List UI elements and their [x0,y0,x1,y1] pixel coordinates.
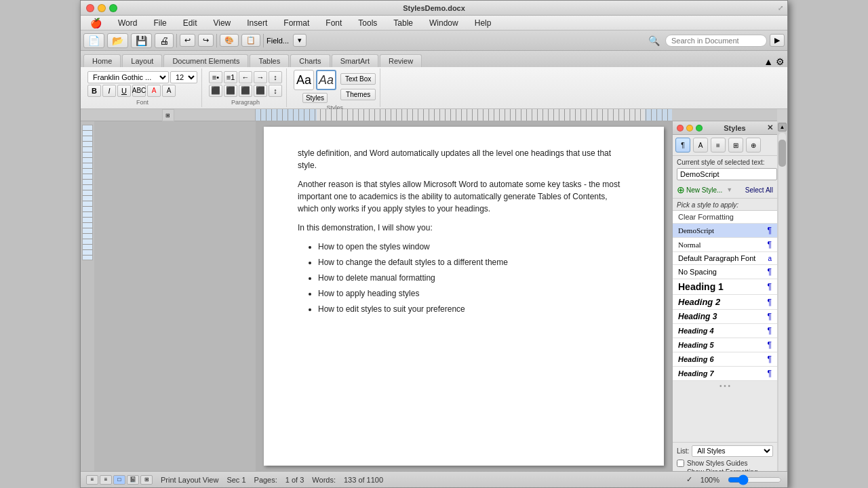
menu-file[interactable]: File [149,17,170,29]
bold-button[interactable]: B [87,85,101,97]
view-notebook[interactable]: 📓 [127,475,139,485]
style-list[interactable]: Clear Formatting DemoScript ¶ Normal ¶ D… [673,210,777,442]
ribbon-collapse[interactable]: ▲ [764,56,773,67]
text-box-button[interactable]: Text Box [340,73,376,85]
menu-insert[interactable]: Insert [243,17,271,29]
numbering-button[interactable]: ≡1 [224,71,237,83]
toolbar-new[interactable]: 📄 [83,33,104,48]
select-all-button[interactable]: Select All [745,186,773,194]
list-select[interactable]: All Styles [692,445,773,457]
toolbar-copy-format[interactable]: 📋 [241,34,260,47]
align-right[interactable]: ⬛ [239,85,252,97]
search-next[interactable]: ▶ [770,34,785,47]
style-item-heading6[interactable]: Heading 6 ¶ [673,352,777,367]
scroll-up-btn[interactable]: ▲ [778,123,787,131]
menu-format[interactable]: Format [279,17,313,29]
view-publishing[interactable]: ⊞ [140,475,153,485]
tab-charts[interactable]: Charts [290,54,330,67]
menu-table[interactable]: Table [389,17,417,29]
toolbar-paint[interactable]: 🎨 [220,34,239,47]
styles-close-btn[interactable] [677,125,684,131]
strikethrough-button[interactable]: ABС [132,85,146,97]
search-input[interactable] [665,35,767,47]
menu-word[interactable]: Word [114,17,141,29]
style-item-heading7[interactable]: Heading 7 ¶ [673,367,777,381]
style-item-default-para[interactable]: Default Paragraph Font a [673,252,777,265]
styles-button[interactable]: Styles [302,93,328,103]
align-left[interactable]: ⬛ [209,85,222,97]
style-item-heading2[interactable]: Heading 2 ¶ [673,295,777,310]
show-guides-checkbox[interactable] [677,460,684,467]
style-item-heading3[interactable]: Heading 3 ¶ [673,310,777,324]
zoom-slider[interactable] [728,476,782,483]
sort-button[interactable]: ↕ [269,71,282,83]
align-justify[interactable]: ⬛ [254,85,267,97]
current-style-field[interactable] [677,168,777,180]
scroll-track[interactable] [778,133,786,476]
style-item-nospacing[interactable]: No Spacing ¶ [673,265,777,279]
pages-label: Pages: [254,476,277,484]
underline-button[interactable]: U [117,85,131,97]
menu-font[interactable]: Font [321,17,346,29]
sp-btn-paragraph[interactable]: ¶ [675,138,690,152]
view-outline[interactable]: ≡ [86,475,98,485]
font-family-select[interactable]: Franklin Gothic ... [87,71,169,83]
style-styles-preview[interactable]: Aa [316,70,336,90]
ribbon-settings[interactable]: ⚙ [776,56,785,67]
font-size-select[interactable]: 12 [170,71,197,83]
sp-btn-list[interactable]: ≡ [711,138,726,152]
sp-btn-all[interactable]: ⊕ [746,138,761,152]
styles-panel-close-icon[interactable]: ✕ [767,123,773,132]
apple-menu[interactable]: 🍎 [86,16,106,30]
view-print-layout[interactable]: □ [113,475,125,485]
menu-tools[interactable]: Tools [354,17,381,29]
toolbar-open[interactable]: 📂 [107,33,128,48]
highlight-button[interactable]: A [162,85,176,97]
indent-button[interactable]: → [254,71,267,83]
tab-document-elements[interactable]: Document Elements [163,54,248,67]
toolbar-field[interactable]: ▾ [293,34,307,47]
menu-view[interactable]: View [209,17,235,29]
outdent-button[interactable]: ← [239,71,252,83]
toolbar-save[interactable]: 💾 [131,33,152,48]
style-item-heading5[interactable]: Heading 5 ¶ [673,338,777,352]
new-style-button[interactable]: ⊕ New Style... [677,184,722,195]
tab-layout[interactable]: Layout [122,54,162,67]
themes-button[interactable]: Themes [340,89,376,100]
new-style-options-icon[interactable]: ▼ [726,186,732,193]
sp-btn-table[interactable]: ⊞ [728,138,743,152]
line-spacing[interactable]: ↕ [269,85,282,97]
style-item-normal[interactable]: Normal ¶ [673,238,777,252]
style-normal-preview[interactable]: Aa [294,70,314,90]
style-item-demoscript[interactable]: DemoScript ¶ [673,224,777,238]
tab-smartart[interactable]: SmartArt [332,54,378,67]
document-scroll-area[interactable]: style definition, and Word automatically… [256,121,672,487]
tab-tables[interactable]: Tables [250,54,289,67]
scroll-thumb[interactable] [778,140,786,167]
toolbar-print[interactable]: 🖨 [155,33,174,48]
style-item-clear[interactable]: Clear Formatting [673,211,777,224]
style-item-heading1[interactable]: Heading 1 ¶ [673,279,777,295]
menu-help[interactable]: Help [471,17,496,29]
styles-group-content: Aa Aa Styles Text Box Themes [294,70,376,103]
menu-window[interactable]: Window [425,17,462,29]
right-scrollbar[interactable]: ▲ ▼ [777,121,787,487]
close-button[interactable] [86,4,94,12]
minimize-button[interactable] [98,4,106,12]
sp-btn-character[interactable]: A [693,138,708,152]
align-center[interactable]: ⬛ [224,85,237,97]
font-color-button[interactable]: A [147,85,161,97]
bullets-button[interactable]: ≡• [209,71,222,83]
maximize-button[interactable] [109,4,117,12]
tab-home[interactable]: Home [83,54,121,67]
italic-button[interactable]: I [102,85,116,97]
styles-zoom-btn[interactable] [696,125,703,131]
view-toggle[interactable]: ⊞ [162,109,174,121]
styles-minimize-btn[interactable] [686,125,693,131]
tab-review[interactable]: Review [380,54,422,67]
view-draft[interactable]: ≡ [100,475,112,485]
toolbar-redo[interactable]: ↪ [198,34,214,47]
style-item-heading4[interactable]: Heading 4 ¶ [673,324,777,338]
toolbar-undo[interactable]: ↩ [180,34,195,47]
menu-edit[interactable]: Edit [179,17,201,29]
